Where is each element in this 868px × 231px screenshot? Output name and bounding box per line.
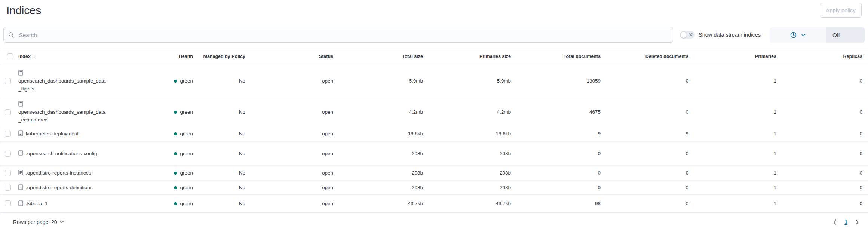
- replicas-cell: 0: [776, 126, 868, 142]
- health-dot-icon: [174, 186, 177, 189]
- primaries-size-cell: 5.9mb: [423, 64, 511, 98]
- index-document-icon: [18, 200, 23, 206]
- column-header-status[interactable]: Status: [245, 49, 333, 64]
- indices-page: Indices Apply policy Show data stream in…: [0, 0, 868, 231]
- total-size-cell: 5.9mb: [333, 64, 423, 98]
- deleted-documents-cell: 0: [601, 166, 688, 181]
- health-dot-icon: [174, 132, 177, 135]
- index-document-icon: [18, 150, 23, 156]
- deleted-documents-cell: 9: [601, 126, 688, 142]
- row-checkbox[interactable]: [5, 131, 11, 137]
- column-header-total-documents[interactable]: Total documents: [511, 49, 601, 64]
- total-documents-cell: 0: [511, 166, 601, 181]
- index-name-link[interactable]: kubernetes-deployment: [26, 131, 79, 136]
- managed-by-policy-cell: No: [193, 142, 245, 166]
- total-documents-cell: 98: [511, 195, 601, 212]
- table-row: .opendistro-reports-instances green No o…: [0, 166, 868, 181]
- next-page-button[interactable]: [853, 218, 862, 226]
- chevron-right-icon: [856, 219, 859, 225]
- primaries-size-cell: 208b: [423, 142, 511, 166]
- auto-refresh-value[interactable]: Off: [826, 27, 865, 43]
- select-all-checkbox[interactable]: [7, 53, 13, 59]
- show-data-stream-toggle[interactable]: [680, 31, 695, 38]
- rows-per-page-button[interactable]: Rows per page: 20: [13, 219, 64, 225]
- column-header-primaries[interactable]: Primaries: [688, 49, 776, 64]
- deleted-documents-cell: 0: [601, 64, 688, 98]
- primaries-cell: 1: [688, 98, 776, 126]
- index-name-link[interactable]: .opendistro-reports-definitions: [26, 185, 93, 190]
- health-label: green: [180, 131, 193, 136]
- row-checkbox[interactable]: [5, 78, 11, 84]
- row-checkbox[interactable]: [5, 200, 11, 206]
- total-size-cell: 208b: [333, 166, 423, 181]
- health-dot-icon: [174, 111, 177, 114]
- index-name-link[interactable]: .kibana_1: [26, 201, 48, 206]
- search-input[interactable]: [3, 27, 673, 43]
- total-documents-cell: 13059: [511, 64, 601, 98]
- index-document-icon: [18, 184, 23, 190]
- replicas-cell: 0: [776, 166, 868, 181]
- index-name-link[interactable]: opensearch_dashboards_sample_data_flight…: [18, 78, 105, 92]
- index-document-icon: [18, 70, 23, 76]
- health-label: green: [180, 109, 193, 115]
- data-stream-toggle-group: Show data stream indices: [680, 31, 761, 38]
- total-size-cell: 208b: [333, 181, 423, 195]
- primaries-cell: 1: [688, 126, 776, 142]
- status-cell: open: [245, 142, 333, 166]
- primaries-size-cell: 19.6kb: [423, 126, 511, 142]
- clock-icon: [790, 32, 797, 38]
- table-row: .opensearch-notifications-config green N…: [0, 142, 868, 166]
- indices-table: Index↓ Health Managed by Policy Status T…: [0, 49, 868, 212]
- chevron-down-icon: [60, 221, 64, 223]
- deleted-documents-cell: 0: [601, 142, 688, 166]
- primaries-size-cell: 4.2mb: [423, 98, 511, 126]
- chevron-left-icon: [833, 219, 836, 225]
- column-header-managed-by-policy[interactable]: Managed by Policy: [193, 49, 245, 64]
- toggle-off-x-icon: [689, 33, 693, 36]
- row-checkbox[interactable]: [5, 170, 11, 176]
- column-header-replicas[interactable]: Replicas: [776, 49, 868, 64]
- table-row: opensearch_dashboards_sample_data_flight…: [0, 64, 868, 98]
- replicas-cell: 0: [776, 142, 868, 166]
- refresh-quick-select-button[interactable]: [770, 27, 826, 43]
- health-label: green: [180, 201, 193, 206]
- managed-by-policy-cell: No: [193, 126, 245, 142]
- total-size-cell: 4.2mb: [333, 98, 423, 126]
- column-header-total-size[interactable]: Total size: [333, 49, 423, 64]
- managed-by-policy-cell: No: [193, 181, 245, 195]
- index-name-link[interactable]: .opensearch-notifications-config: [26, 151, 97, 156]
- rows-per-page-label: Rows per page: 20: [13, 219, 57, 225]
- replicas-cell: 0: [776, 98, 868, 126]
- status-cell: open: [245, 126, 333, 142]
- index-document-icon: [18, 170, 23, 175]
- deleted-documents-cell: 0: [601, 195, 688, 212]
- row-checkbox[interactable]: [5, 109, 11, 115]
- health-dot-icon: [174, 152, 177, 155]
- previous-page-button[interactable]: [830, 218, 839, 226]
- total-documents-cell: 9: [511, 126, 601, 142]
- index-name-link[interactable]: .opendistro-reports-instances: [26, 170, 91, 176]
- deleted-documents-cell: 0: [601, 98, 688, 126]
- search-box: [3, 27, 673, 43]
- table-footer: Rows per page: 20 1: [0, 212, 868, 231]
- total-documents-cell: 0: [511, 181, 601, 195]
- column-header-health[interactable]: Health: [113, 49, 193, 64]
- column-header-index[interactable]: Index↓: [15, 49, 113, 64]
- row-checkbox[interactable]: [5, 151, 11, 157]
- column-header-primaries-size[interactable]: Primaries size: [423, 49, 511, 64]
- column-header-deleted-documents[interactable]: Deleted documents: [601, 49, 688, 64]
- status-cell: open: [245, 64, 333, 98]
- apply-policy-button[interactable]: Apply policy: [820, 3, 862, 18]
- page-number-button[interactable]: 1: [842, 218, 850, 226]
- index-name-link[interactable]: opensearch_dashboards_sample_data_ecomme…: [18, 109, 105, 123]
- index-document-icon: [18, 101, 23, 107]
- health-label: green: [180, 185, 193, 190]
- table-row: kubernetes-deployment green No open 19.6…: [0, 126, 868, 142]
- health-label: green: [180, 151, 193, 156]
- status-cell: open: [245, 98, 333, 126]
- health-label: green: [180, 78, 193, 84]
- row-checkbox[interactable]: [5, 185, 11, 191]
- total-size-cell: 43.7kb: [333, 195, 423, 212]
- deleted-documents-cell: 0: [601, 181, 688, 195]
- toggle-knob: [680, 31, 687, 38]
